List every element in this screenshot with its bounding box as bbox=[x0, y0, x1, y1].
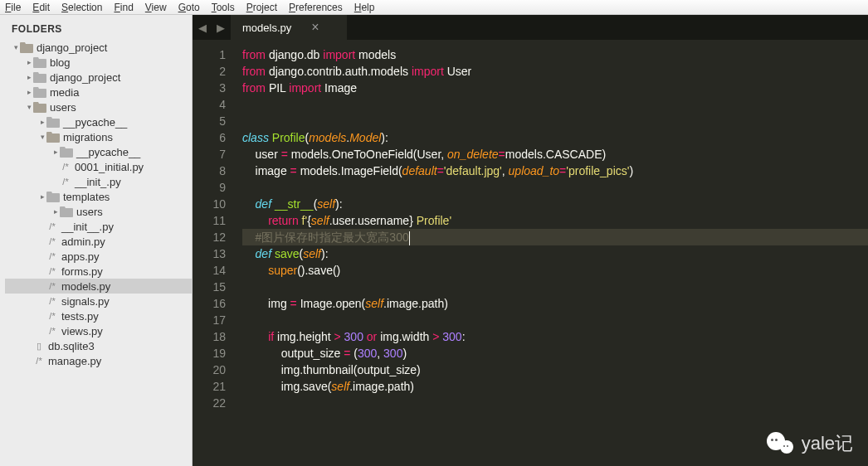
code-line[interactable]: output_size = (300, 300) bbox=[242, 345, 868, 362]
folders-header: FOLDERS bbox=[0, 15, 192, 40]
tree-item-django-project[interactable]: ▾django_project bbox=[5, 40, 192, 55]
menu-goto[interactable]: Goto bbox=[178, 2, 200, 13]
tree-item-forms-py[interactable]: /*forms.py bbox=[5, 264, 192, 279]
tree-item-label: migrations bbox=[63, 131, 113, 143]
tree-item-label: users bbox=[76, 206, 103, 218]
code-line[interactable]: from PIL import Image bbox=[242, 80, 868, 96]
menu-selection[interactable]: Selection bbox=[61, 2, 102, 13]
code-line[interactable]: #图片保存时指定最大宽高300 bbox=[242, 229, 868, 245]
code-line[interactable]: from django.db import models bbox=[242, 46, 868, 63]
tree-item-templates[interactable]: ▸templates bbox=[5, 189, 192, 204]
tree-item-manage-py[interactable]: /*manage.py bbox=[5, 353, 192, 368]
tree-item-django-project[interactable]: ▸django_project bbox=[5, 70, 192, 85]
code-line[interactable]: img.save(self.image.path) bbox=[242, 378, 868, 395]
code-line[interactable]: return f'{self.user.username} Profile' bbox=[242, 212, 868, 229]
tree-item-users[interactable]: ▸users bbox=[5, 204, 192, 219]
file-icon: /* bbox=[46, 221, 58, 231]
code-line[interactable]: img = Image.open(self.image.path) bbox=[242, 295, 868, 312]
menu-tools[interactable]: Tools bbox=[212, 2, 235, 13]
code-line[interactable] bbox=[242, 395, 868, 411]
tree-item-label: models.py bbox=[61, 280, 110, 293]
menu-project[interactable]: Project bbox=[246, 2, 277, 13]
tree-item---pycache--[interactable]: ▸__pycache__ bbox=[5, 144, 192, 159]
tree-item---init---py[interactable]: /*__init__.py bbox=[5, 219, 192, 234]
folder-icon bbox=[33, 57, 46, 68]
line-number: 2 bbox=[193, 63, 226, 80]
menu-file[interactable]: File bbox=[5, 2, 21, 13]
code-line[interactable]: def save(self): bbox=[242, 245, 868, 262]
code-line[interactable] bbox=[242, 279, 868, 295]
tree-item-apps-py[interactable]: /*apps.py bbox=[5, 249, 192, 264]
menu-find[interactable]: Find bbox=[114, 2, 133, 13]
tree-item-migrations[interactable]: ▾migrations bbox=[5, 129, 192, 144]
code-content[interactable]: from django.db import modelsfrom django.… bbox=[234, 40, 868, 466]
code-line[interactable]: def __str__(self): bbox=[242, 196, 868, 212]
line-number: 6 bbox=[193, 129, 226, 146]
file-icon: /* bbox=[46, 296, 58, 306]
disclosure-icon: ▾ bbox=[38, 133, 46, 141]
tree-item-label: tests.py bbox=[61, 310, 99, 323]
tree-item-models-py[interactable]: /*models.py bbox=[5, 279, 192, 294]
tree-item-admin-py[interactable]: /*admin.py bbox=[5, 234, 192, 249]
tab-prev-icon[interactable]: ◀ bbox=[198, 22, 207, 34]
file-icon: ▯ bbox=[33, 341, 45, 352]
code-line[interactable] bbox=[242, 179, 868, 196]
tree-item---init--py[interactable]: /*__init_.py bbox=[5, 174, 192, 189]
file-icon: /* bbox=[46, 236, 58, 246]
menu-preferences[interactable]: Preferences bbox=[289, 2, 343, 13]
tab-nav[interactable]: ◀ ▶ bbox=[193, 15, 231, 40]
tree-item-label: django_project bbox=[50, 71, 120, 84]
tree-item-label: blog bbox=[50, 56, 71, 69]
code-line[interactable]: img.thumbnail(output_size) bbox=[242, 362, 868, 378]
line-number: 20 bbox=[193, 362, 226, 378]
line-number: 16 bbox=[193, 295, 226, 312]
tree-item-label: apps.py bbox=[61, 250, 100, 263]
tree-item-users[interactable]: ▾users bbox=[5, 100, 192, 114]
file-icon: /* bbox=[46, 266, 58, 276]
code-line[interactable]: from django.contrib.auth.models import U… bbox=[242, 63, 868, 80]
code-line[interactable] bbox=[242, 96, 868, 113]
line-number: 21 bbox=[193, 378, 226, 395]
file-icon: /* bbox=[46, 326, 58, 336]
disclosure-icon: ▾ bbox=[25, 103, 33, 111]
tree-item-label: db.sqlite3 bbox=[48, 340, 95, 352]
tab-next-icon[interactable]: ▶ bbox=[217, 22, 225, 34]
menu-edit[interactable]: Edit bbox=[32, 2, 50, 13]
line-number: 10 bbox=[193, 196, 226, 212]
code-line[interactable]: super().save() bbox=[242, 262, 868, 279]
menu-help[interactable]: Help bbox=[354, 2, 375, 13]
code-line[interactable]: image = models.ImageField(default='defau… bbox=[242, 163, 868, 179]
menu-view[interactable]: View bbox=[145, 2, 167, 13]
line-number: 7 bbox=[193, 146, 226, 163]
code-line[interactable]: user = models.OneToOneField(User, on_del… bbox=[242, 146, 868, 163]
file-icon: /* bbox=[60, 162, 71, 172]
tab-models-py[interactable]: models.py × bbox=[231, 15, 347, 40]
code-line[interactable] bbox=[242, 312, 868, 328]
tree-item-label: templates bbox=[63, 191, 110, 203]
code-area[interactable]: 12345678910111213141516171819202122 from… bbox=[193, 40, 868, 466]
tree-item-label: __init__.py bbox=[61, 221, 114, 233]
tree-item---pycache--[interactable]: ▸__pycache__ bbox=[5, 114, 192, 129]
editor: ◀ ▶ models.py × 123456789101112131415161… bbox=[193, 15, 868, 466]
close-icon[interactable]: × bbox=[311, 20, 319, 35]
tree-item-blog[interactable]: ▸blog bbox=[5, 55, 192, 70]
folder-icon bbox=[33, 87, 46, 98]
file-icon: /* bbox=[46, 251, 58, 261]
tree-item-signals-py[interactable]: /*signals.py bbox=[5, 294, 192, 308]
disclosure-icon: ▸ bbox=[38, 192, 46, 201]
line-number: 5 bbox=[193, 113, 226, 129]
file-icon: /* bbox=[46, 311, 58, 321]
tree-item-0001-initial-py[interactable]: /*0001_initial.py bbox=[5, 159, 192, 174]
tree-item-db-sqlite3[interactable]: ▯db.sqlite3 bbox=[5, 338, 192, 353]
tree-item-media[interactable]: ▸media bbox=[5, 85, 192, 100]
line-number: 12 bbox=[193, 229, 226, 245]
folder-icon bbox=[46, 117, 60, 128]
code-line[interactable]: class Profile(models.Model): bbox=[242, 129, 868, 146]
folder-icon bbox=[20, 42, 33, 53]
tree-item-label: views.py bbox=[61, 325, 103, 337]
tree-item-tests-py[interactable]: /*tests.py bbox=[5, 308, 192, 323]
code-line[interactable]: if img.height > 300 or img.width > 300: bbox=[242, 328, 868, 345]
tree-item-views-py[interactable]: /*views.py bbox=[5, 323, 192, 338]
tree-item-label: __pycache__ bbox=[63, 116, 127, 129]
code-line[interactable] bbox=[242, 113, 868, 129]
